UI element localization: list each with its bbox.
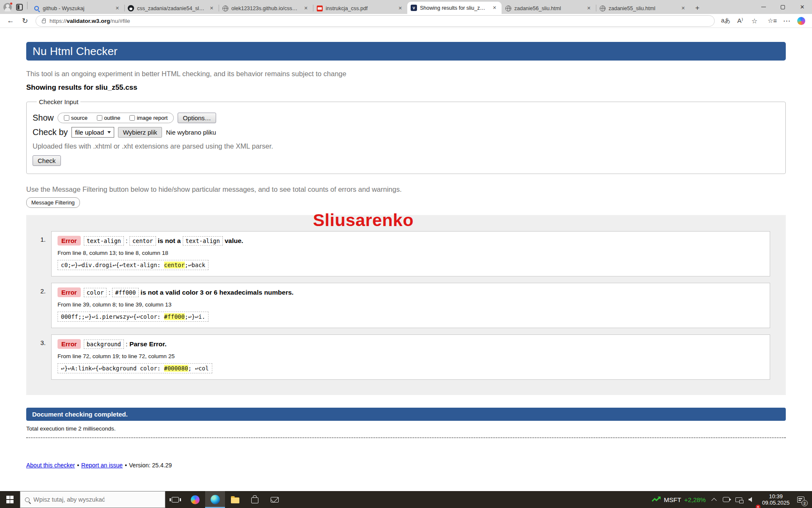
search-favicon-icon [33,5,40,11]
pdf-favicon-icon [316,5,323,11]
tab-github-io[interactable]: olek123123s.github.io/css_zada ✕ [219,3,313,14]
checkbox-outline[interactable]: outline [97,115,120,121]
close-icon[interactable]: ✕ [491,4,498,11]
file-explorer-button[interactable] [225,491,245,508]
mail-button[interactable] [265,491,285,508]
workspaces-icon[interactable] [16,4,23,11]
copilot-button[interactable] [185,491,205,508]
mute-badge: ✕ [756,505,760,508]
copilot-icon[interactable] [794,15,808,27]
favorite-star-icon[interactable]: ☆ [748,15,761,27]
folder-icon [231,497,239,503]
close-icon[interactable]: ✕ [208,5,215,12]
choose-file-button[interactable]: Wybierz plik [118,127,162,138]
url-field[interactable]: https://validator.w3.org/nu/#file [36,15,715,27]
error-badge: Error [58,236,81,246]
error-card: Error background : Parse Error. From lin… [51,334,770,380]
store-button[interactable] [245,491,265,508]
task-view-button[interactable] [165,491,185,508]
network-button[interactable] [732,491,745,508]
refresh-button[interactable]: ↻ [19,15,31,27]
favorites-list-icon[interactable]: ☆≡ [765,15,779,27]
error-card: Error text-align : centor is not a text-… [51,231,770,276]
error-badge: Error [58,287,81,297]
close-icon[interactable]: ✕ [680,5,687,12]
network-icon [735,497,742,502]
message-filtering-button[interactable]: Message Filtering [26,197,80,208]
results-list: 1. Error text-align : centor is not a te… [26,215,786,395]
read-aloud-icon[interactable]: A⁾ [733,15,747,27]
taskbar-clock[interactable]: 10:39 09.05.2025 [758,491,794,508]
edge-icon [211,495,220,504]
notification-count-badge: 2 [801,500,808,506]
outline-checkbox[interactable] [97,115,102,121]
tab-zadanie56[interactable]: zadanie56_sliu.html ✕ [502,3,596,14]
close-icon[interactable]: ✕ [114,5,121,12]
error-location: From line 8, column 13; to line 8, colum… [58,250,764,256]
check-by-label: Check by [33,127,68,137]
file-status-text: Nie wybrano pliku [166,129,216,136]
report-issue-link[interactable]: Report an issue [81,462,123,469]
new-tab-button[interactable]: + [690,4,705,14]
error-item-1: 1. Error text-align : centor is not a te… [33,231,770,276]
check-by-select[interactable]: file upload [71,127,114,138]
image-report-checkbox[interactable] [129,115,135,121]
tab-zadanie55[interactable]: zadanie55_sliu.html ✕ [596,3,690,14]
copilot-icon [191,495,200,504]
maximize-icon [781,5,785,9]
start-button[interactable] [0,491,20,508]
tab-instrukcja-pdf[interactable]: instrukcja_css.pdf ✕ [313,3,407,14]
clock-time: 10:39 [769,493,783,500]
tab-github-search[interactable]: github - Wyszukaj ✕ [30,3,124,14]
edge-button[interactable] [205,491,225,508]
volume-button[interactable]: ✕ [745,491,758,508]
check-button[interactable]: Check [33,155,61,166]
checkbox-source[interactable]: source [64,115,88,121]
lock-icon [42,20,46,23]
divider [27,2,27,9]
task-view-icon [172,497,179,502]
tab-zadanie54[interactable]: css_zadania/zadanie54_sliu.html ✕ [124,3,219,14]
error-message: Error color : #ff000 is not a valid colo… [58,287,764,297]
source-checkbox[interactable] [64,115,69,121]
options-button[interactable]: Options… [178,113,216,123]
version-text: Version: 25.4.29 [129,462,172,469]
close-icon[interactable]: ✕ [302,5,310,12]
taskbar-search-box[interactable] [20,491,165,508]
close-window-button[interactable]: ✕ [793,0,812,14]
checkbox-image-report[interactable]: image report [129,115,167,121]
nu-validator-favicon-icon: ν [411,5,417,11]
error-badge: Error [58,339,81,349]
back-button[interactable]: ← [4,15,17,27]
browser-tab-strip: github - Wyszukaj ✕ css_zadania/zadanie5… [0,0,812,14]
more-menu-icon[interactable]: ⋯ [780,15,793,27]
stock-ticker[interactable]: MSFT +2,28% [647,491,710,508]
close-icon[interactable]: ✕ [585,5,593,12]
meet-now-button[interactable] [720,491,732,508]
translate-icon[interactable]: aあ [719,15,732,27]
completion-banner: Document checking completed. [26,408,786,421]
minimize-button[interactable] [754,0,773,14]
maximize-button[interactable] [773,0,793,14]
error-location: From line 72, column 19; to line 72, col… [58,353,764,359]
error-number: 1. [33,231,46,276]
github-favicon-icon [128,5,134,11]
chevron-down-icon [107,131,111,133]
page-footer: About this checker•Report an issue•Versi… [26,462,786,469]
tab-validator-active[interactable]: ν Showing results for sliu_z55.css ✕ [407,2,502,14]
close-icon[interactable]: ✕ [397,5,404,12]
search-input[interactable] [33,496,160,503]
action-center-button[interactable]: 2 [794,491,809,508]
meet-now-icon [723,497,730,502]
globe-favicon-icon [222,5,228,11]
error-message: Error background : Parse Error. [58,339,764,349]
chevron-up-icon [711,498,717,503]
about-checker-link[interactable]: About this checker [26,462,75,469]
tray-expand-button[interactable] [710,491,720,508]
clock-date: 09.05.2025 [762,500,790,506]
error-extract: ↩}↩A:link↩{↩background color: #000080; ↩… [58,363,212,373]
profile-avatar[interactable] [3,3,12,11]
url-text: https://validator.w3.org/nu/#file [49,18,130,24]
stock-arrow-icon [652,496,661,503]
store-icon [251,497,258,503]
